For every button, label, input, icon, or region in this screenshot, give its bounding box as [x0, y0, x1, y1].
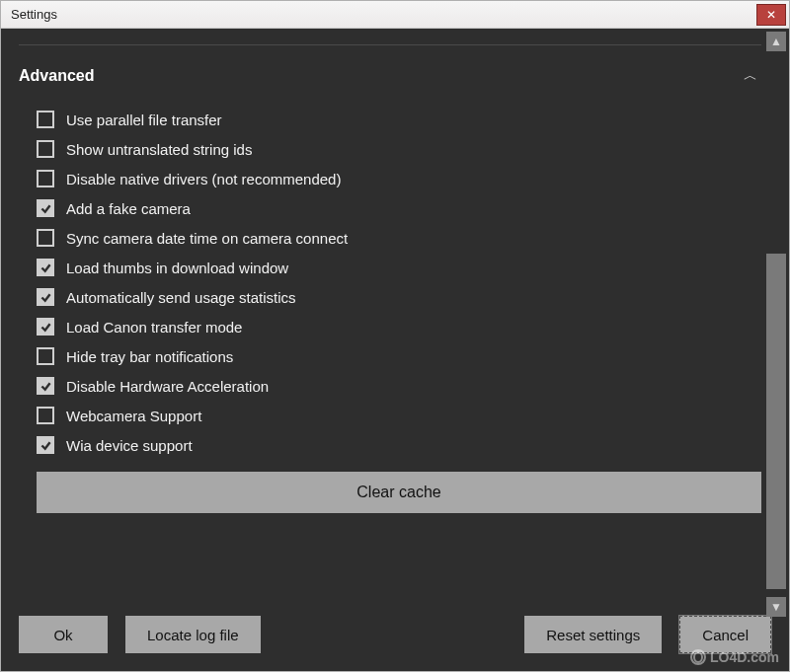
- close-button[interactable]: ✕: [756, 4, 786, 26]
- divider: [19, 44, 761, 45]
- scroll-down-button[interactable]: ▼: [766, 597, 786, 617]
- option-row: Add a fake camera: [37, 193, 761, 223]
- option-label: Sync camera date time on camera connect: [66, 230, 348, 247]
- option-row: Webcamera Support: [37, 401, 761, 430]
- content-area: Advanced ︿ Use parallel file transferSho…: [1, 29, 789, 610]
- option-row: Load Canon transfer mode: [37, 312, 761, 341]
- checkbox[interactable]: [37, 170, 54, 187]
- option-label: Hide tray bar notifications: [66, 348, 233, 365]
- option-label: Add a fake camera: [66, 200, 191, 217]
- section-header-advanced[interactable]: Advanced ︿: [19, 63, 761, 105]
- option-label: Automatically send usage statistics: [66, 289, 296, 306]
- section-title: Advanced: [19, 67, 744, 85]
- chevron-up-icon: ︿: [744, 67, 761, 85]
- cancel-button[interactable]: Cancel: [679, 616, 771, 653]
- option-label: Disable native drivers (not recommended): [66, 171, 341, 187]
- clear-cache-button[interactable]: Clear cache: [37, 472, 761, 513]
- window-body: ▲ ▼ Advanced ︿ Use parallel file transfe…: [1, 29, 789, 671]
- scroll-up-button[interactable]: ▲: [766, 32, 786, 51]
- option-list: Use parallel file transferShow untransla…: [19, 105, 761, 460]
- checkbox[interactable]: [37, 259, 54, 276]
- option-label: Wia device support: [66, 437, 193, 454]
- option-label: Load Canon transfer mode: [66, 319, 242, 336]
- checkbox[interactable]: [37, 288, 54, 306]
- arrow-up-icon: ▲: [770, 35, 782, 48]
- bottom-bar: Ok Locate log file Reset settings Cancel: [1, 610, 789, 671]
- checkbox[interactable]: [37, 347, 54, 365]
- option-label: Disable Hardware Acceleration: [66, 378, 269, 395]
- option-label: Show untranslated string ids: [66, 141, 252, 158]
- option-row: Disable native drivers (not recommended): [37, 164, 761, 193]
- option-row: Automatically send usage statistics: [37, 282, 761, 312]
- checkbox[interactable]: [37, 318, 54, 336]
- option-row: Hide tray bar notifications: [37, 341, 761, 371]
- option-row: Sync camera date time on camera connect: [37, 223, 761, 253]
- checkbox[interactable]: [37, 140, 54, 158]
- option-row: Use parallel file transfer: [37, 105, 761, 134]
- locate-log-button[interactable]: Locate log file: [125, 616, 261, 653]
- option-row: Disable Hardware Acceleration: [37, 371, 761, 401]
- option-row: Show untranslated string ids: [37, 134, 761, 164]
- ok-button[interactable]: Ok: [19, 616, 108, 653]
- option-row: Load thumbs in download window: [37, 253, 761, 282]
- option-label: Load thumbs in download window: [66, 260, 288, 276]
- settings-window: Settings ✕ ▲ ▼ Advanced ︿ Use parallel f…: [0, 0, 790, 672]
- window-title: Settings: [11, 7, 756, 22]
- checkbox[interactable]: [37, 229, 54, 247]
- scrollbar-thumb[interactable]: [766, 254, 786, 589]
- option-label: Use parallel file transfer: [66, 112, 222, 128]
- option-row: Wia device support: [37, 430, 761, 460]
- checkbox[interactable]: [37, 199, 54, 217]
- arrow-down-icon: ▼: [770, 600, 782, 614]
- option-label: Webcamera Support: [66, 408, 201, 424]
- titlebar: Settings ✕: [1, 1, 789, 29]
- checkbox[interactable]: [37, 111, 54, 128]
- checkbox[interactable]: [37, 436, 54, 454]
- reset-settings-button[interactable]: Reset settings: [524, 616, 662, 653]
- close-icon: ✕: [766, 8, 776, 22]
- checkbox[interactable]: [37, 407, 54, 424]
- checkbox[interactable]: [37, 377, 54, 395]
